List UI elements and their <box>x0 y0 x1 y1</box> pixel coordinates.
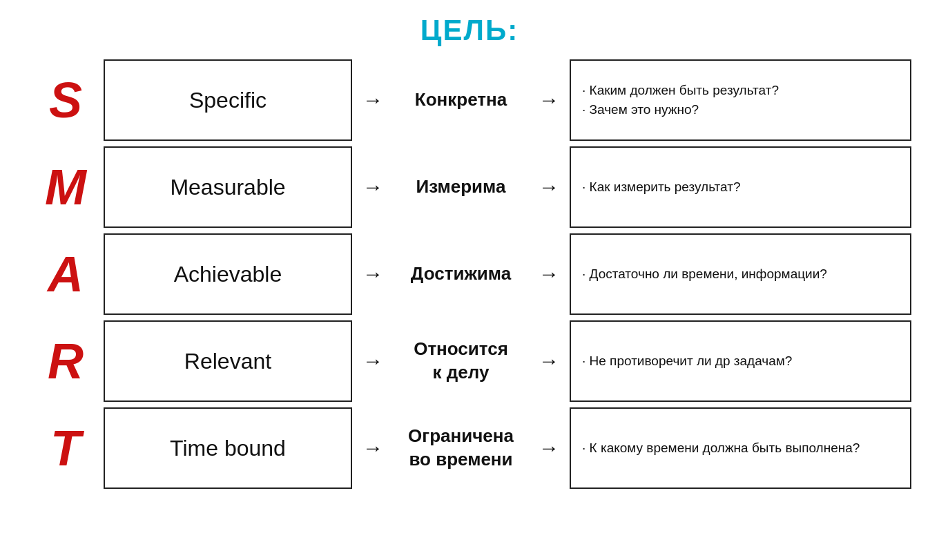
description-box-3: · Не противоречит ли др задачам? <box>570 320 911 402</box>
arrow-2-3 <box>528 349 570 373</box>
russian-label-4: Ограничена во времени <box>394 425 528 472</box>
english-term-0: Specific <box>104 59 352 141</box>
smart-row-t: TTime boundОграничена во времени· К како… <box>28 407 911 489</box>
smart-letter-t: T <box>28 423 104 473</box>
russian-label-3: Относится к делу <box>394 338 528 385</box>
arrow-1-4 <box>352 436 394 460</box>
description-box-0: · Каким должен быть результат? · Зачем э… <box>570 59 911 141</box>
english-term-2: Achievable <box>104 233 352 315</box>
page-title: ЦЕЛЬ: <box>420 14 519 47</box>
arrow-1-3 <box>352 349 394 373</box>
description-box-4: · К какому времени должна быть выполнена… <box>570 407 911 489</box>
arrow-1-0 <box>352 88 394 112</box>
russian-label-0: Конкретна <box>394 88 528 112</box>
english-term-1: Measurable <box>104 146 352 228</box>
smart-grid: SSpecificКонкретна· Каким должен быть ре… <box>28 59 911 489</box>
smart-row-m: MMeasurableИзмерима· Как измерить резуль… <box>28 146 911 228</box>
russian-label-1: Измерима <box>394 175 528 199</box>
arrow-1-1 <box>352 175 394 199</box>
arrow-2-2 <box>528 262 570 286</box>
description-box-1: · Как измерить результат? <box>570 146 911 228</box>
smart-row-r: RRelevantОтносится к делу· Не противореч… <box>28 320 911 402</box>
arrow-1-2 <box>352 262 394 286</box>
description-box-2: · Достаточно ли времени, информации? <box>570 233 911 315</box>
smart-letter-m: M <box>28 162 104 212</box>
smart-letter-a: A <box>28 249 104 299</box>
arrow-2-4 <box>528 436 570 460</box>
smart-row-a: AAchievableДостижима· Достаточно ли врем… <box>28 233 911 315</box>
smart-row-s: SSpecificКонкретна· Каким должен быть ре… <box>28 59 911 141</box>
russian-label-2: Достижима <box>394 262 528 286</box>
smart-letter-r: R <box>28 336 104 386</box>
smart-letter-s: S <box>28 75 104 125</box>
english-term-4: Time bound <box>104 407 352 489</box>
arrow-2-1 <box>528 175 570 199</box>
english-term-3: Relevant <box>104 320 352 402</box>
arrow-2-0 <box>528 88 570 112</box>
